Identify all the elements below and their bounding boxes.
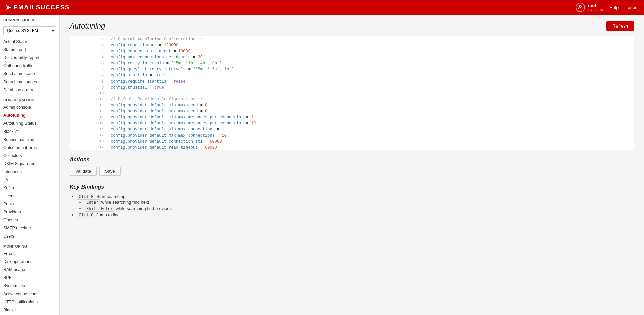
code-line: 19config.provider_default_read_timeout =…	[70, 145, 634, 150]
header: ➤ EMAILSUCCESS root SYSTEM Help Logout	[0, 0, 644, 15]
monitoring-items: ErrorsDisk operationsRAM usageSPFSystem …	[0, 250, 59, 315]
sidebar-item-outcome-patterns[interactable]: Outcome patterns	[0, 144, 59, 152]
line-content: config.provider_default_max_maxspeed = 0	[107, 108, 634, 114]
sidebar-item-smtp-receiver[interactable]: SMTP receiver	[0, 224, 59, 232]
line-number: 11	[70, 96, 107, 102]
keybinding-ctrl-g: Ctrl-G Jump to line	[77, 212, 634, 217]
sidebar-item-send-message[interactable]: Send a message	[0, 70, 59, 78]
sidebar-item-ips[interactable]: IPs	[0, 176, 59, 184]
line-content: /* Default Providers Configurations */	[107, 96, 634, 102]
code-editor[interactable]: 1/* General AutoTuning Configuration */2…	[70, 36, 634, 150]
page-title: Autotuning	[70, 22, 105, 31]
code-line: 8config.require_starttls = false	[70, 78, 634, 85]
keybinding-ctrl-f: Ctrl-F Start searching	[77, 194, 125, 199]
main-content: Autotuning Refresh 1/* General AutoTunin…	[60, 15, 644, 315]
sidebar-item-autotuning-status[interactable]: Autotuning Status	[0, 119, 59, 127]
code-line: 6config.greylist_retry_intervals = ['5m'…	[70, 66, 634, 72]
sidebar-item-kafka[interactable]: Kafka	[0, 184, 59, 192]
sidebar-item-providers[interactable]: Providers	[0, 208, 59, 216]
sidebar-item-errors[interactable]: Errors	[0, 250, 59, 258]
line-number: 16	[70, 126, 107, 133]
sidebar-item-database-query[interactable]: Database query	[0, 86, 59, 94]
queue-selector[interactable]: Queue: SYSTEM	[0, 23, 59, 38]
sidebar-item-blacklist-mon[interactable]: Blacklist	[0, 306, 59, 314]
line-number: 8	[70, 78, 107, 85]
queue-select[interactable]: Queue: SYSTEM	[3, 26, 56, 35]
sidebar-item-actual-status[interactable]: Actual Status	[0, 38, 59, 46]
sidebar-item-bounce-patterns[interactable]: Bounce patterns	[0, 136, 59, 144]
header-right: root SYSTEM Help Logout	[576, 3, 639, 12]
code-line: 7config.starttls = true	[70, 72, 634, 78]
line-content: config.trustssl = true	[107, 85, 634, 91]
save-button[interactable]: Save	[99, 167, 121, 176]
logout-link[interactable]: Logout	[625, 5, 639, 10]
code-line: 13config.provider_default_max_maxspeed =…	[70, 108, 634, 114]
sidebar-item-users[interactable]: Users	[0, 232, 59, 240]
line-content	[107, 91, 634, 96]
sidebar-item-system-info[interactable]: System info	[0, 282, 59, 290]
line-number: 18	[70, 139, 107, 145]
sidebar-item-interfaces[interactable]: Interfaces	[0, 168, 59, 176]
code-line: 11/* Default Providers Configurations */	[70, 96, 634, 102]
code-line: 5config.retry_intervals = ['5m','1h','4h…	[70, 60, 634, 66]
logo: ➤ EMAILSUCCESS	[5, 3, 70, 11]
refresh-button[interactable]: Refresh	[606, 21, 634, 31]
sidebar-item-deliverability-report[interactable]: Deliverability report	[0, 54, 59, 62]
sidebar-item-spf[interactable]: SPF	[0, 274, 59, 282]
line-content: /* General AutoTuning Configuration */	[107, 36, 634, 42]
line-number: 10	[70, 91, 107, 96]
sidebar-item-ram-usage[interactable]: RAM usage	[0, 266, 59, 274]
sidebar-item-outbound-traffic[interactable]: Outbound traffic	[0, 62, 59, 70]
logo-text: EMAILSUCCESS	[14, 4, 70, 11]
line-number: 5	[70, 60, 107, 66]
sidebar-item-status-trend[interactable]: Status trend	[0, 46, 59, 54]
line-number: 2	[70, 42, 107, 48]
line-content: config.starttls = true	[107, 72, 634, 78]
line-number: 7	[70, 72, 107, 78]
user-sub: SYSTEM	[588, 8, 603, 12]
keybindings-title: Key Bindings	[70, 184, 634, 190]
code-line: 3config.connection_timeout = 10000	[70, 48, 634, 54]
line-number: 12	[70, 102, 107, 108]
line-number: 9	[70, 85, 107, 91]
validate-button[interactable]: Validate	[70, 167, 97, 176]
sidebar-item-license[interactable]: License	[0, 192, 59, 200]
actions-title: Actions	[70, 157, 634, 163]
code-line: 10	[70, 91, 634, 96]
line-content: config.connection_timeout = 10000	[107, 48, 634, 54]
code-line: 15config.provider_default_max_max_messag…	[70, 120, 634, 126]
sidebar-item-search-messages[interactable]: Search messages	[0, 78, 59, 86]
page-header: Autotuning Refresh	[70, 21, 634, 31]
sidebar: CURRENT QUEUE Queue: SYSTEM Actual Statu…	[0, 15, 60, 315]
keybinding-item: Ctrl-F Start searching Enter while searc…	[77, 194, 634, 211]
code-body: 1/* General AutoTuning Configuration */2…	[70, 36, 634, 150]
line-content: config.retry_intervals = ['5m','1h','4h'…	[107, 60, 634, 66]
sidebar-item-autotuning[interactable]: Autotuning	[0, 111, 59, 119]
sidebar-item-active-connections[interactable]: Active connections	[0, 290, 59, 298]
line-number: 3	[70, 48, 107, 54]
line-number: 15	[70, 120, 107, 126]
sidebar-item-collectors[interactable]: Collectors	[0, 152, 59, 160]
code-line: 16config.provider_default_min_max_connec…	[70, 126, 634, 133]
line-content: config.provider_default_connection_ttl =…	[107, 139, 634, 145]
code-line: 18config.provider_default_connection_ttl…	[70, 139, 634, 145]
keybinding-enter: Enter while searching find next	[85, 200, 634, 205]
help-link[interactable]: Help	[609, 5, 619, 10]
sidebar-item-dkim-signatures[interactable]: DKIM Signatures	[0, 160, 59, 168]
sidebar-item-http-notifications[interactable]: HTTP notifications	[0, 298, 59, 306]
code-table: 1/* General AutoTuning Configuration */2…	[70, 36, 634, 150]
sidebar-item-admin-console[interactable]: Admin console	[0, 103, 59, 111]
sidebar-item-queues[interactable]: Queues	[0, 216, 59, 224]
keybinding-sublist: Enter while searching find next Shift-En…	[77, 200, 634, 211]
user-name: root	[588, 3, 603, 8]
sidebar-item-pools[interactable]: Pools	[0, 200, 59, 208]
config-items: Admin consoleAutotuningAutotuning Status…	[0, 103, 59, 240]
line-content: config.max_connections_per_domain = 20	[107, 54, 634, 60]
line-number: 17	[70, 133, 107, 139]
sidebar-item-disk-operations[interactable]: Disk operations	[0, 258, 59, 266]
line-content: config.provider_default_min_max_connecti…	[107, 126, 634, 133]
line-number: 13	[70, 108, 107, 114]
sidebar-item-blacklist[interactable]: Blacklist	[0, 127, 59, 136]
config-section-label: CONFIGURATION	[0, 94, 59, 103]
current-queue-label: CURRENT QUEUE	[0, 15, 59, 23]
